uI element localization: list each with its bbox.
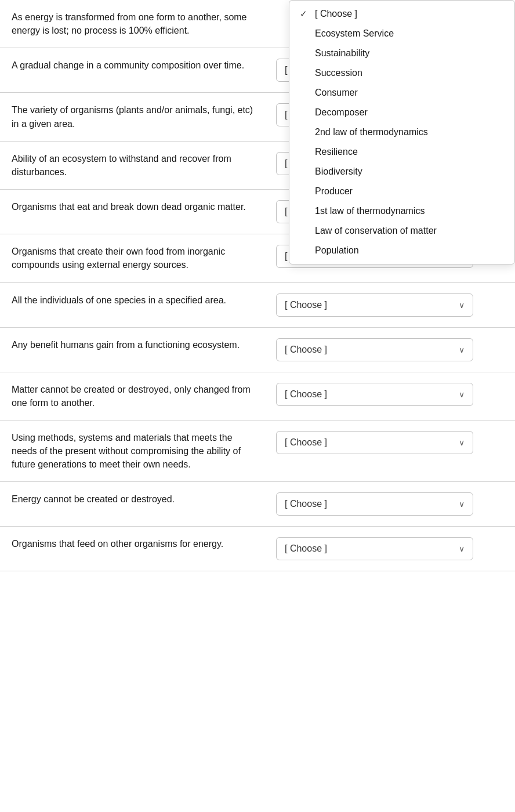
check-empty [300, 246, 310, 256]
check-empty [300, 68, 310, 78]
select-cell: ✓ [ Choose ] Ecosystem Service Sustainab… [267, 0, 515, 21]
dropdown-item-biodiversity[interactable]: Biodiversity [289, 162, 514, 182]
dropdown-button[interactable]: [ Choose ] ∨ [276, 537, 473, 560]
dropdown-item-sustainability[interactable]: Sustainability [289, 44, 514, 63]
dropdown-button[interactable]: [ Choose ] ∨ [276, 338, 473, 361]
quiz-row: As energy is transformed from one form t… [0, 0, 515, 48]
dropdown-item-label: Producer [315, 186, 353, 197]
dropdown-item-succession[interactable]: Succession [289, 63, 514, 83]
dropdown-item-label: Population [315, 245, 359, 256]
quiz-row: Organisms that feed on other organisms f… [0, 527, 515, 571]
definition-text: Organisms that feed on other organisms f… [0, 527, 267, 561]
check-empty [300, 128, 310, 137]
definition-text: All the individuals of one species in a … [0, 283, 267, 317]
select-cell: [ Choose ] ∨ [267, 527, 515, 571]
check-empty [300, 187, 310, 197]
chevron-down-icon: ∨ [459, 544, 465, 553]
chevron-down-icon: ∨ [459, 300, 465, 310]
dropdown-item-label: Decomposer [315, 107, 368, 118]
check-icon: ✓ [300, 9, 310, 19]
check-empty [300, 29, 310, 39]
dropdown-button[interactable]: [ Choose ] ∨ [276, 492, 473, 516]
dropdown-item-2nd-law[interactable]: 2nd law of thermodynamics [289, 122, 514, 142]
dropdown-item-label: Law of conservation of matter [315, 226, 437, 236]
quiz-row: Using methods, systems and materials tha… [0, 420, 515, 483]
quiz-row: All the individuals of one species in a … [0, 283, 515, 328]
definition-text: Energy cannot be created or destroyed. [0, 482, 267, 516]
dropdown-item-label: [ Choose ] [315, 9, 357, 19]
dropdown-item-label: Consumer [315, 88, 358, 98]
selected-value: [ Choose ] [285, 499, 327, 509]
definition-text: Any benefit humans gain from a functioni… [0, 328, 267, 362]
chevron-down-icon: ∨ [459, 499, 465, 509]
dropdown-open: ✓ [ Choose ] Ecosystem Service Sustainab… [289, 0, 515, 264]
selected-value: [ Choose ] [285, 345, 327, 355]
quiz-row: Energy cannot be created or destroyed. [… [0, 482, 515, 527]
check-empty [300, 147, 310, 157]
selected-value: [ Choose ] [285, 437, 327, 448]
select-cell: [ Choose ] ∨ [267, 328, 515, 372]
dropdown-item-producer[interactable]: Producer [289, 182, 514, 201]
dropdown-item-population[interactable]: Population [289, 241, 514, 260]
dropdown-item-conservation[interactable]: Law of conservation of matter [289, 221, 514, 241]
definition-text: A gradual change in a community composit… [0, 48, 267, 82]
definition-text: The variety of organisms (plants and/or … [0, 93, 267, 140]
quiz-row: Any benefit humans gain from a functioni… [0, 328, 515, 372]
dropdown-item-label: Resilience [315, 147, 358, 157]
dropdown-item-label: 1st law of thermodynamics [315, 206, 425, 216]
definition-text: Organisms that create their own food fro… [0, 234, 267, 282]
dropdown-item-ecosystem[interactable]: Ecosystem Service [289, 24, 514, 44]
dropdown-item-choose[interactable]: ✓ [ Choose ] [289, 4, 514, 24]
check-empty [300, 167, 310, 177]
check-empty [300, 88, 310, 98]
select-cell: [ Choose ] ∨ [267, 372, 515, 416]
dropdown-item-1st-law[interactable]: 1st law of thermodynamics [289, 201, 514, 221]
check-empty [300, 206, 310, 216]
check-empty [300, 49, 310, 59]
chevron-down-icon: ∨ [459, 438, 465, 447]
select-cell: [ Choose ] ∨ [267, 283, 515, 327]
dropdown-item-decomposer[interactable]: Decomposer [289, 103, 514, 122]
quiz-row: Matter cannot be created or destroyed, o… [0, 372, 515, 420]
definition-text: As energy is transformed from one form t… [0, 0, 267, 48]
select-cell: [ Choose ] ∨ [267, 482, 515, 526]
dropdown-open-container: ✓ [ Choose ] Ecosystem Service Sustainab… [289, 0, 515, 264]
definition-text: Using methods, systems and materials tha… [0, 420, 267, 482]
dropdown-item-label: Succession [315, 68, 362, 78]
dropdown-item-label: 2nd law of thermodynamics [315, 127, 428, 137]
chevron-down-icon: ∨ [459, 345, 465, 354]
dropdown-item-label: Biodiversity [315, 166, 362, 177]
selected-value: [ Choose ] [285, 300, 327, 310]
check-empty [300, 108, 310, 118]
dropdown-button[interactable]: [ Choose ] ∨ [276, 383, 473, 406]
quiz-container: As energy is transformed from one form t… [0, 0, 515, 571]
dropdown-item-label: Ecosystem Service [315, 28, 394, 39]
definition-text: Matter cannot be created or destroyed, o… [0, 372, 267, 420]
selected-value: [ Choose ] [285, 543, 327, 554]
check-empty [300, 226, 310, 236]
dropdown-item-consumer[interactable]: Consumer [289, 83, 514, 103]
dropdown-item-resilience[interactable]: Resilience [289, 142, 514, 162]
definition-text: Ability of an ecosystem to withstand and… [0, 142, 267, 189]
chevron-down-icon: ∨ [459, 390, 465, 399]
dropdown-button[interactable]: [ Choose ] ∨ [276, 431, 473, 454]
dropdown-item-label: Sustainability [315, 48, 369, 59]
selected-value: [ Choose ] [285, 389, 327, 400]
select-cell: [ Choose ] ∨ [267, 420, 515, 465]
dropdown-button[interactable]: [ Choose ] ∨ [276, 293, 473, 317]
definition-text: Organisms that eat and break down dead o… [0, 190, 267, 224]
